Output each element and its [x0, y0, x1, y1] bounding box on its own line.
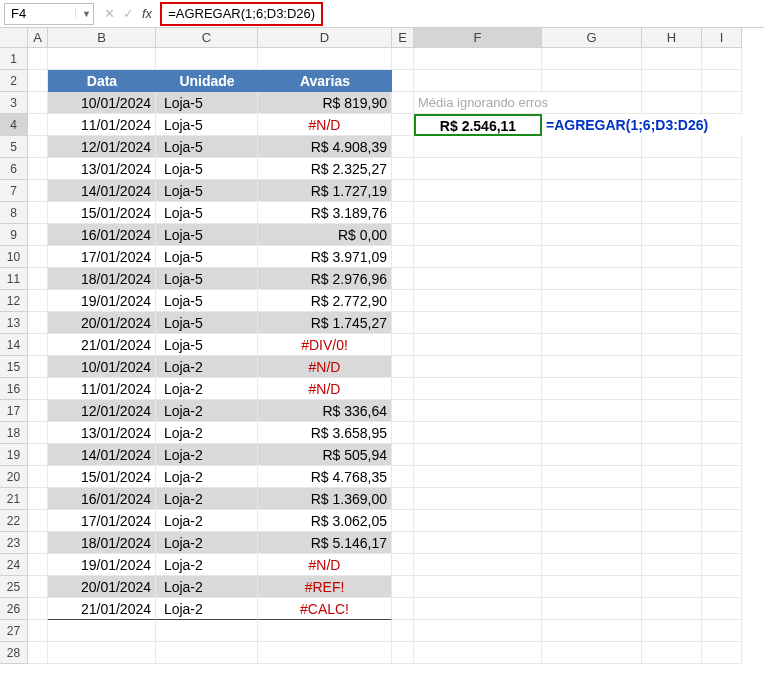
cell-empty[interactable] [414, 598, 542, 620]
cell-empty[interactable] [392, 510, 414, 532]
cell-empty[interactable] [642, 136, 702, 158]
cell-empty[interactable] [156, 642, 258, 664]
col-head-H[interactable]: H [642, 28, 702, 48]
accept-icon[interactable]: ✓ [123, 6, 134, 21]
cell-empty[interactable] [702, 48, 742, 70]
cell-data[interactable]: 18/01/2024 [48, 268, 156, 290]
cell-data[interactable]: 11/01/2024 [48, 114, 156, 136]
cell-empty[interactable] [392, 92, 414, 114]
row-head-18[interactable]: 18 [0, 422, 28, 444]
cell-data[interactable]: 13/01/2024 [48, 422, 156, 444]
cell-empty[interactable] [542, 642, 642, 664]
cell-avarias[interactable]: R$ 1.369,00 [258, 488, 392, 510]
cell-empty[interactable] [414, 642, 542, 664]
col-head-G[interactable]: G [542, 28, 642, 48]
row-head-28[interactable]: 28 [0, 642, 28, 664]
cell-unidade[interactable]: Loja-5 [156, 180, 258, 202]
row-head-13[interactable]: 13 [0, 312, 28, 334]
cell-avarias[interactable]: R$ 4.768,35 [258, 466, 392, 488]
cell-empty[interactable] [28, 48, 48, 70]
cell-empty[interactable] [542, 136, 642, 158]
cell-avarias[interactable]: #N/D [258, 114, 392, 136]
row-head-26[interactable]: 26 [0, 598, 28, 620]
cell-empty[interactable] [642, 422, 702, 444]
cell-A25[interactable] [28, 576, 48, 598]
cell-avarias[interactable]: #N/D [258, 554, 392, 576]
cell-empty[interactable] [414, 378, 542, 400]
row-head-4[interactable]: 4 [0, 114, 28, 136]
row-head-8[interactable]: 8 [0, 202, 28, 224]
cell-avarias[interactable]: #N/D [258, 378, 392, 400]
cell-empty[interactable] [414, 620, 542, 642]
cell-unidade[interactable]: Loja-5 [156, 246, 258, 268]
cell-empty[interactable] [702, 576, 742, 598]
cell-empty[interactable] [414, 180, 542, 202]
cell-empty[interactable] [702, 620, 742, 642]
cell-empty[interactable] [642, 378, 702, 400]
cell-empty[interactable] [414, 466, 542, 488]
cell-empty[interactable] [392, 356, 414, 378]
cell-empty[interactable] [702, 554, 742, 576]
cell-avarias[interactable]: R$ 2.976,96 [258, 268, 392, 290]
cell-empty[interactable] [542, 224, 642, 246]
cell-empty[interactable] [392, 488, 414, 510]
cell-data[interactable]: 19/01/2024 [48, 290, 156, 312]
cell-avarias[interactable]: R$ 2.325,27 [258, 158, 392, 180]
cell-empty[interactable] [542, 158, 642, 180]
row-head-27[interactable]: 27 [0, 620, 28, 642]
cell-empty[interactable] [414, 576, 542, 598]
cell-empty[interactable] [642, 334, 702, 356]
cell-data[interactable]: 20/01/2024 [48, 576, 156, 598]
cell-A8[interactable] [28, 202, 48, 224]
cell-empty[interactable] [702, 444, 742, 466]
chevron-down-icon[interactable]: ▼ [75, 9, 93, 19]
cell-A21[interactable] [28, 488, 48, 510]
cell-A22[interactable] [28, 510, 48, 532]
cell-empty[interactable] [414, 334, 542, 356]
cell-empty[interactable] [542, 180, 642, 202]
cell-empty[interactable] [414, 532, 542, 554]
cell-A20[interactable] [28, 466, 48, 488]
cell-unidade[interactable]: Loja-5 [156, 158, 258, 180]
cell-data[interactable]: 15/01/2024 [48, 466, 156, 488]
cell-empty[interactable] [642, 180, 702, 202]
cell-unidade[interactable]: Loja-2 [156, 444, 258, 466]
cell-data[interactable]: 16/01/2024 [48, 488, 156, 510]
cell-unidade[interactable]: Loja-5 [156, 290, 258, 312]
cell-empty[interactable] [702, 532, 742, 554]
cell-empty[interactable] [702, 378, 742, 400]
cell-empty[interactable] [702, 202, 742, 224]
cell-data[interactable]: 20/01/2024 [48, 312, 156, 334]
cell-empty[interactable] [542, 620, 642, 642]
cell-A7[interactable] [28, 180, 48, 202]
cell-unidade[interactable]: Loja-2 [156, 488, 258, 510]
cell-empty[interactable] [414, 268, 542, 290]
cell-unidade[interactable]: Loja-2 [156, 400, 258, 422]
cell-empty[interactable] [702, 180, 742, 202]
row-head-9[interactable]: 9 [0, 224, 28, 246]
cell-empty[interactable] [414, 422, 542, 444]
cell-empty[interactable] [542, 576, 642, 598]
cell-empty[interactable] [542, 444, 642, 466]
cell-empty[interactable] [156, 48, 258, 70]
cell-empty[interactable] [392, 202, 414, 224]
cell-empty[interactable] [414, 158, 542, 180]
cell-empty[interactable] [542, 70, 642, 92]
cell-avarias[interactable]: R$ 819,90 [258, 92, 392, 114]
cell-empty[interactable] [392, 180, 414, 202]
cell-empty[interactable] [414, 312, 542, 334]
cell-empty[interactable] [258, 48, 392, 70]
cell-A11[interactable] [28, 268, 48, 290]
row-head-5[interactable]: 5 [0, 136, 28, 158]
col-head-D[interactable]: D [258, 28, 392, 48]
cell-empty[interactable] [392, 158, 414, 180]
cell-empty[interactable] [702, 466, 742, 488]
cell-empty[interactable] [542, 532, 642, 554]
cell-A10[interactable] [28, 246, 48, 268]
cell-empty[interactable] [642, 598, 702, 620]
cell-empty[interactable] [642, 48, 702, 70]
cell-empty[interactable] [28, 620, 48, 642]
cell-empty[interactable] [28, 642, 48, 664]
cell-empty[interactable] [642, 92, 702, 114]
cancel-icon[interactable]: ✕ [104, 6, 115, 21]
